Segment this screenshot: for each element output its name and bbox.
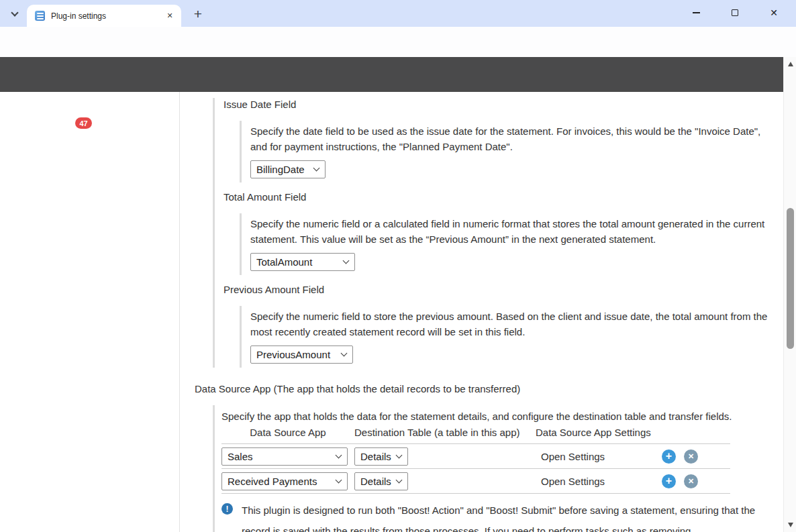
open-settings-link[interactable]: Open Settings — [536, 476, 605, 487]
table-header-row: Data Source App Destination Table (a tab… — [221, 426, 730, 443]
add-row-icon[interactable]: + — [662, 474, 676, 488]
chevron-down-icon — [313, 165, 320, 172]
open-settings-link[interactable]: Open Settings — [536, 451, 605, 462]
minimize-icon[interactable] — [686, 3, 706, 23]
column-header: Destination Table (a table in this app) — [354, 427, 536, 438]
statement-fields-group: Issue Date Field Specify the date field … — [213, 98, 772, 368]
note-text: This plugin is designed to run both "Boo… — [242, 500, 762, 532]
field-description: Specify the date field to be used as the… — [250, 123, 768, 154]
chevron-down-icon — [396, 451, 403, 458]
browser-window: Plug-in settings ✕ + ✕ pandafirm.cybozu.… — [0, 0, 796, 532]
previous-amount-select[interactable]: PreviousAmount — [250, 345, 353, 364]
data-source-app-select[interactable]: Received Payments — [221, 472, 348, 490]
scroll-up-icon[interactable] — [784, 58, 796, 70]
chevron-down-icon — [396, 476, 403, 483]
column-header: Data Source App — [221, 427, 354, 438]
notification-badge: 47 — [75, 117, 92, 129]
browser-tab[interactable]: Plug-in settings ✕ — [27, 5, 181, 27]
field-label: Total Amount Field — [223, 191, 772, 204]
field-label: Previous Amount Field — [223, 283, 772, 297]
data-source-app-select[interactable]: Sales — [221, 447, 348, 466]
plugin-settings-content: Issue Date Field Specify the date field … — [0, 92, 783, 532]
destination-table-select[interactable]: Details — [354, 472, 408, 490]
destination-table-select[interactable]: Details — [354, 447, 408, 466]
table-row: Received Payments Details Open Settings … — [221, 468, 730, 493]
tab-search-button[interactable] — [7, 6, 23, 22]
plugin-note: ! This plugin is designed to run both "B… — [221, 500, 772, 532]
field-label: Issue Date Field — [223, 98, 772, 111]
field-description: Specify the numeric field or a calculate… — [250, 216, 768, 247]
chevron-down-icon — [343, 258, 350, 264]
close-window-icon[interactable]: ✕ — [764, 3, 784, 23]
previous-amount-field-section: Previous Amount Field Specify the numeri… — [223, 283, 772, 368]
issue-date-select[interactable]: BillingDate — [250, 160, 326, 178]
info-icon: ! — [221, 503, 233, 515]
plugin-favicon-icon — [35, 11, 45, 21]
total-amount-field-section: Total Amount Field Specify the numeric f… — [223, 191, 772, 275]
field-description: Specify the numeric field to store the p… — [250, 309, 768, 339]
window-controls: ✕ — [686, 0, 791, 25]
tab-close-icon[interactable]: ✕ — [164, 10, 176, 22]
tab-title: Plug-in settings — [51, 11, 164, 21]
chevron-down-icon — [341, 350, 348, 357]
data-source-description: Specify the app that holds the data for … — [221, 409, 752, 425]
chevron-down-icon — [11, 9, 18, 16]
data-source-app-label: Data Source App (The app that holds the … — [195, 382, 772, 396]
scrollbar-thumb[interactable] — [787, 208, 794, 349]
add-row-icon[interactable]: + — [662, 449, 676, 464]
data-source-table: Data Source App Destination Table (a tab… — [221, 426, 730, 494]
browser-toolbar: pandafirm.cybozu.com/k/admin/app/3151/pl… — [0, 27, 796, 57]
new-tab-button[interactable]: + — [189, 5, 207, 23]
total-amount-select[interactable]: TotalAmount — [250, 253, 355, 271]
browser-tabstrip: Plug-in settings ✕ + ✕ — [0, 0, 796, 27]
column-header: Data Source App Settings — [536, 427, 730, 438]
chevron-down-icon — [336, 476, 342, 483]
maximize-icon[interactable] — [725, 3, 745, 23]
app-navbar: 47 ★ ⚙ ? — [0, 57, 783, 92]
remove-row-icon[interactable]: ✕ — [684, 474, 698, 488]
table-row: Sales Details Open Settings + — [221, 443, 730, 468]
page-scrollbar[interactable] — [783, 57, 796, 532]
chevron-down-icon — [336, 451, 342, 458]
data-source-app-group: Specify the app that holds the data for … — [213, 405, 772, 532]
scroll-down-icon[interactable] — [784, 519, 796, 531]
sidebar-divider — [179, 92, 180, 532]
issue-date-field-section: Issue Date Field Specify the date field … — [223, 98, 772, 182]
remove-row-icon[interactable]: ✕ — [684, 449, 698, 464]
